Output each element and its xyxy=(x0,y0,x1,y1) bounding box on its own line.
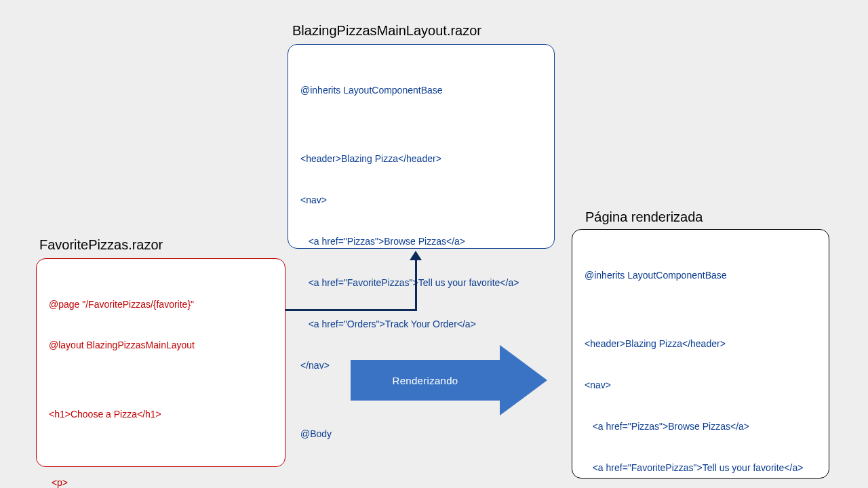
code-line: <nav> xyxy=(585,378,816,392)
code-line: <a href="FavoritePizzas">Tell us your fa… xyxy=(585,461,816,474)
code-line: @inherits LayoutComponentBase xyxy=(300,83,542,97)
render-arrow: Renderizando xyxy=(351,345,547,415)
rendered-page-title: Página renderizada xyxy=(585,209,703,225)
render-arrow-label: Renderizando xyxy=(393,375,458,386)
code-line: <a href="FavoritePizzas">Tell us your fa… xyxy=(300,276,542,289)
layout-file-title: BlazingPizzasMainLayout.razor xyxy=(292,23,481,39)
connector-arrow-head xyxy=(410,251,422,260)
code-line: <header>Blazing Pizza</header> xyxy=(585,337,816,350)
code-line: <p> xyxy=(49,476,273,488)
layout-code-card: @inherits LayoutComponentBase <header>Bl… xyxy=(288,44,555,249)
favorite-file-title: FavoritePizzas.razor xyxy=(39,237,163,253)
code-line: <a href="Pizzas">Browse Pizzas</a> xyxy=(300,235,542,248)
render-arrow-body: Renderizando xyxy=(351,360,500,401)
favorite-code-card: @page "/FavoritePizzas/{favorite}" @layo… xyxy=(36,258,285,467)
code-line: <h1>Choose a Pizza</h1> xyxy=(49,407,273,421)
code-line: <header>Blazing Pizza</header> xyxy=(300,152,542,165)
code-line: <nav> xyxy=(300,193,542,207)
connector-arrow-segment-h xyxy=(285,309,416,311)
rendered-page-card: @inherits LayoutComponentBase <header>Bl… xyxy=(572,229,829,479)
code-line: @inherits LayoutComponentBase xyxy=(585,268,816,282)
code-line: <a href="Orders">Track Your Order</a> xyxy=(300,317,542,331)
code-line: @layout BlazingPizzasMainLayout xyxy=(49,338,273,352)
render-arrow-head xyxy=(500,345,547,415)
code-line: @page "/FavoritePizzas/{favorite}" xyxy=(49,298,273,311)
connector-arrow-segment-v xyxy=(415,256,417,311)
code-line: <a href="Pizzas">Browse Pizzas</a> xyxy=(585,420,816,433)
code-line: @Body xyxy=(300,427,542,441)
